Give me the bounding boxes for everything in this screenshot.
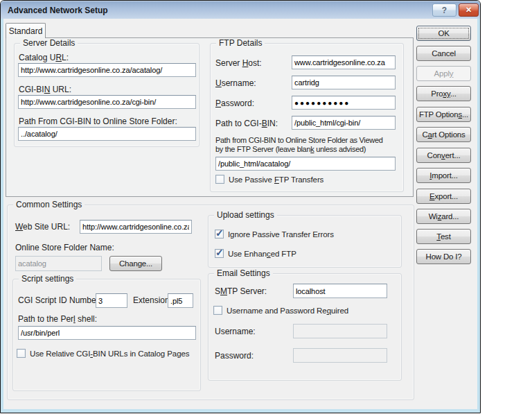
ftp-options-button[interactable]: FTP Options... [416, 107, 471, 122]
help-button[interactable]: ? [432, 3, 456, 17]
test-button[interactable]: Test [416, 229, 471, 244]
perl-path-label: Path to the Perl shell: [18, 314, 97, 324]
ftp-username-label: Username: [215, 78, 256, 88]
ftp-password-label: Password: [215, 98, 254, 108]
auth-required-checkbox[interactable] [213, 306, 222, 315]
relative-cgi-checkbox[interactable] [17, 349, 26, 358]
how-do-i-label: How Do I? [426, 252, 462, 261]
auth-required-label: Username and Password Required [227, 307, 348, 315]
cgi-script-id-label: CGI Script ID Number: [18, 295, 101, 305]
email-settings-title: Email Settings [214, 268, 273, 278]
path-to-cgi-label: Path to CGI-BIN: [215, 119, 278, 128]
path-to-cgi-input[interactable] [292, 116, 396, 130]
convert-label: Convert... [427, 151, 461, 159]
enhanced-ftp-checkbox[interactable] [215, 249, 224, 258]
cgi-bin-url-label: CGI-BIN URL: [19, 85, 71, 94]
folder-name-input [15, 256, 102, 271]
window-title: Advanced Network Setup [8, 6, 108, 15]
relative-cgi-checkbox-row[interactable]: Use Relative CGI-BIN URLs in Catalog Pag… [17, 349, 189, 358]
export-button[interactable]: Export... [416, 189, 471, 204]
wizard-button[interactable]: Wizard... [416, 209, 471, 224]
path-from-cgi-input[interactable] [18, 127, 196, 141]
cgi-bin-url-input[interactable] [18, 95, 196, 109]
ignore-passive-label: Ignore Passive Transfer Errors [228, 230, 334, 239]
apply-label: Apply [434, 69, 454, 78]
close-button[interactable]: ✕ [459, 3, 479, 17]
perl-path-input[interactable] [18, 326, 196, 340]
enhanced-ftp-checkbox-row[interactable]: Use Enhanced FTP [215, 249, 296, 258]
tab-standard-label: Standard [9, 26, 43, 36]
path-store-label-line1: Path from CGI-BIN to Online Store Folder… [215, 136, 383, 144]
path-store-input[interactable] [215, 157, 396, 171]
cancel-button[interactable]: Cancel [416, 46, 471, 61]
upload-settings-group: Upload settings [208, 215, 402, 268]
screenshot-stage: Advanced Network Setup ? ✕ Standard Serv… [0, 0, 532, 414]
auth-required-checkbox-row[interactable]: Username and Password Required [213, 306, 348, 315]
relative-cgi-label: Use Relative CGI-BIN URLs in Catalog Pag… [30, 350, 189, 358]
title-bar[interactable]: Advanced Network Setup [1, 1, 480, 19]
proxy-label: Proxy... [431, 89, 456, 98]
ftp-password-input[interactable] [292, 96, 396, 110]
apply-button: Apply [416, 66, 471, 81]
import-label: Import... [429, 171, 457, 180]
ok-button[interactable]: OK [416, 26, 471, 41]
path-from-cgi-label: Path From CGI-BIN to Online Store Folder… [19, 117, 177, 126]
change-label: Change... [119, 259, 152, 268]
folder-name-label: Online Store Folder Name: [15, 243, 114, 252]
ftp-details-title: FTP Details [216, 38, 265, 48]
ignore-passive-checkbox[interactable] [215, 230, 224, 239]
web-site-url-label: Web Site URL: [15, 222, 70, 232]
tab-standard[interactable]: Standard [6, 23, 46, 38]
server-host-label: Server Host: [215, 58, 262, 68]
server-host-input[interactable] [292, 55, 396, 69]
export-label: Export... [429, 192, 458, 200]
close-icon: ✕ [466, 6, 472, 15]
upload-settings-title: Upload settings [214, 210, 277, 220]
tab-join [6, 37, 45, 38]
script-settings-title: Script settings [19, 274, 76, 284]
email-username-label: Username: [215, 327, 256, 336]
cgi-script-id-input[interactable] [96, 293, 127, 308]
smtp-server-label: SMTP Server: [215, 286, 267, 296]
passive-ftp-label: Use Passive FTP Transfers [229, 175, 323, 184]
smtp-server-input[interactable] [293, 284, 387, 298]
proxy-button[interactable]: Proxy... [416, 86, 471, 101]
ftp-options-label: FTP Options... [419, 110, 468, 119]
cart-options-label: Cart Options [422, 130, 465, 139]
passive-ftp-checkbox[interactable] [215, 175, 224, 184]
help-icon: ? [442, 6, 447, 15]
ok-label: OK [438, 29, 449, 37]
catalog-url-input[interactable] [18, 63, 196, 77]
path-store-label-line2: by the FTP Server (leave blank unless ad… [215, 145, 366, 153]
email-password-label: Password: [215, 351, 254, 361]
enhanced-ftp-label: Use Enhanced FTP [228, 250, 296, 258]
common-settings-title: Common Settings [13, 200, 85, 209]
server-details-title: Server Details [20, 38, 78, 48]
email-password-input [293, 348, 387, 363]
change-button[interactable]: Change... [109, 256, 162, 271]
ignore-passive-checkbox-row[interactable]: Ignore Passive Transfer Errors [215, 230, 334, 239]
test-label: Test [436, 232, 450, 241]
ftp-username-input[interactable] [292, 76, 396, 89]
catalog-url-label: Catalog URL: [19, 53, 69, 62]
convert-button[interactable]: Convert... [416, 148, 471, 163]
how-do-i-button[interactable]: How Do I? [416, 249, 471, 264]
passive-ftp-checkbox-row[interactable]: Use Passive FTP Transfers [215, 175, 323, 184]
wizard-label: Wizard... [429, 212, 459, 221]
extension-input[interactable] [168, 293, 193, 308]
import-button[interactable]: Import... [416, 168, 471, 183]
web-site-url-input[interactable] [80, 220, 192, 234]
extension-label: Extension: [133, 295, 172, 305]
cart-options-button[interactable]: Cart Options [416, 127, 471, 142]
email-username-input [293, 324, 387, 338]
cancel-label: Cancel [432, 49, 456, 58]
